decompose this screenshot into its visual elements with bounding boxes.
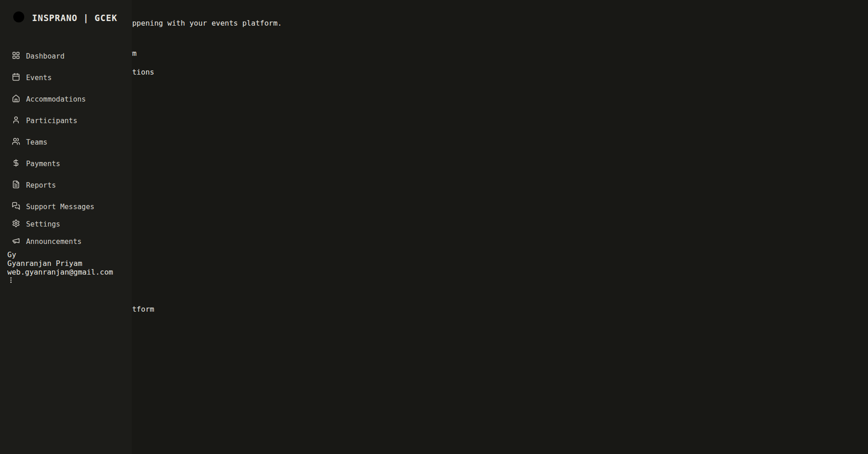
file-text-icon bbox=[12, 180, 20, 190]
sidebar-nav: Dashboard Events Accommodations Particip… bbox=[7, 48, 124, 216]
sidebar-item-teams[interactable]: Teams bbox=[7, 134, 124, 151]
sidebar-item-label: Reports bbox=[26, 181, 56, 189]
sidebar-item-label: Teams bbox=[26, 138, 48, 146]
sidebar-item-payments[interactable]: Payments bbox=[7, 155, 124, 173]
gear-icon bbox=[12, 219, 20, 229]
sidebar-item-accommodations[interactable]: Accommodations bbox=[7, 91, 124, 108]
avatar: Gy bbox=[7, 250, 124, 259]
house-icon bbox=[12, 94, 20, 104]
megaphone-icon bbox=[12, 237, 20, 247]
sidebar: INSPRANO | GCEK Dashboard Events Accommo… bbox=[0, 0, 132, 454]
sidebar-item-label: Dashboard bbox=[26, 52, 64, 60]
sidebar-item-reports[interactable]: Reports bbox=[7, 177, 124, 194]
sidebar-item-label: Settings bbox=[26, 220, 60, 228]
sidebar-item-label: Payments bbox=[26, 160, 60, 168]
sidebar-item-label: Events bbox=[26, 74, 52, 82]
sidebar-item-label: Announcements bbox=[26, 238, 81, 246]
sidebar-footer-nav: Settings Announcements bbox=[7, 216, 124, 250]
dollar-sign-icon bbox=[12, 159, 20, 169]
brand: INSPRANO | GCEK bbox=[7, 6, 124, 35]
user-icon bbox=[12, 116, 20, 126]
sidebar-item-support-messages[interactable]: Support Messages bbox=[7, 198, 124, 216]
calendar-icon bbox=[12, 73, 20, 83]
sidebar-item-participants[interactable]: Participants bbox=[7, 112, 124, 130]
brand-name: INSPRANO | GCEK bbox=[32, 13, 118, 23]
messages-square-icon bbox=[12, 202, 20, 212]
sidebar-item-label: Support Messages bbox=[26, 203, 94, 211]
brand-logo-icon bbox=[11, 9, 27, 27]
layout-grid-icon bbox=[12, 51, 20, 61]
sidebar-item-label: Participants bbox=[26, 117, 77, 125]
users-icon bbox=[12, 137, 20, 147]
sidebar-item-settings[interactable]: Settings bbox=[7, 216, 124, 233]
user-meta: Gyanranjan Priyam web.gyanranjan@gmail.c… bbox=[7, 259, 124, 276]
user-name: Gyanranjan Priyam bbox=[7, 259, 82, 268]
sidebar-item-events[interactable]: Events bbox=[7, 69, 124, 86]
ellipsis-vertical-icon[interactable] bbox=[7, 277, 15, 286]
user-email: web.gyanranjan@gmail.com bbox=[7, 268, 113, 276]
sidebar-item-label: Accommodations bbox=[26, 95, 86, 103]
sidebar-item-dashboard[interactable]: Dashboard bbox=[7, 48, 124, 65]
user-profile[interactable]: Gy Gyanranjan Priyam web.gyanranjan@gmai… bbox=[7, 250, 124, 286]
sidebar-item-announcements[interactable]: Announcements bbox=[7, 233, 124, 250]
